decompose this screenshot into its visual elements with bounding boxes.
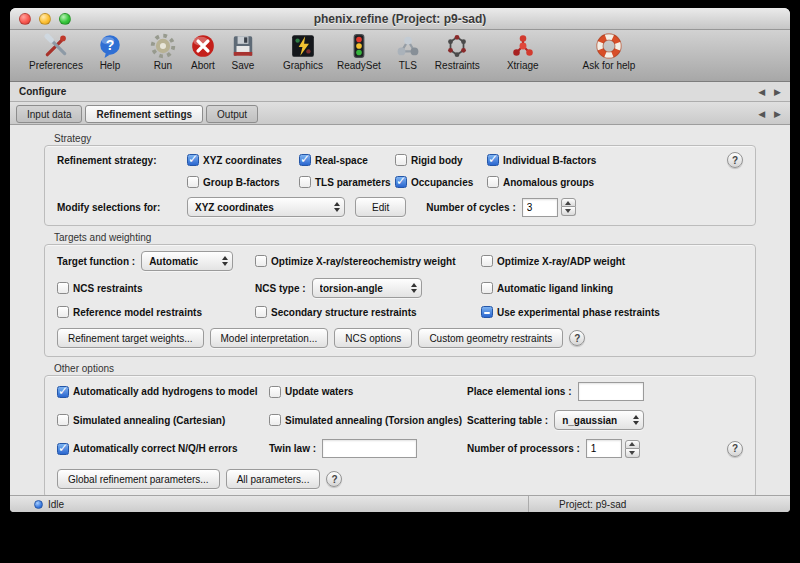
all-parameters-button[interactable]: All parameters...	[226, 469, 321, 489]
toolbar-button-graphics[interactable]: Graphics	[276, 33, 330, 71]
checkbox-correct-nqh[interactable]: Automatically correct N/Q/H errors	[57, 442, 269, 456]
spinner-up-icon[interactable]	[625, 440, 640, 449]
checkbox-use-experimental-phase-restraints[interactable]: Use experimental phase restraints	[481, 305, 743, 319]
toolbar-button-xtriage[interactable]: Xtriage	[500, 33, 546, 71]
spinner-up-icon[interactable]	[561, 198, 576, 207]
target-function-popup[interactable]: Automatic	[141, 251, 233, 271]
toolbar-button-preferences[interactable]: Preferences	[22, 33, 90, 71]
spinner-down-icon[interactable]	[625, 449, 640, 458]
checkbox-box	[57, 443, 69, 455]
number-of-cycles-label: Number of cycles :	[426, 202, 515, 213]
popup-value: torsion-angle	[320, 283, 405, 294]
other-options-group-title: Other options	[44, 363, 756, 374]
toolbar-label: Abort	[191, 60, 215, 71]
checkbox-simulated-annealing-cartesian[interactable]: Simulated annealing (Cartesian)	[57, 413, 269, 427]
minimize-button[interactable]	[39, 13, 51, 25]
toolbar-button-ask-for-help[interactable]: Ask for help	[576, 33, 643, 71]
tab-output[interactable]: Output	[206, 105, 258, 123]
processors-help-button[interactable]: ?	[727, 441, 743, 457]
popup-value: n_gaussian	[562, 415, 627, 426]
modify-selections-popup[interactable]: XYZ coordinates	[187, 197, 345, 217]
checkbox-label: XYZ coordinates	[203, 155, 282, 166]
tab-scroll-left-icon[interactable]: ◀	[758, 109, 765, 119]
toolbar-button-save[interactable]: Save	[223, 33, 263, 71]
checkbox-box	[481, 306, 493, 318]
checkbox-update-waters[interactable]: Update waters	[269, 385, 467, 399]
checkbox-add-hydrogens[interactable]: Automatically add hydrogens to model	[57, 385, 269, 399]
toolbar-button-readyset[interactable]: ReadySet	[330, 33, 388, 71]
traffic-light-icon	[346, 33, 372, 59]
checkbox-real-space[interactable]: Real-space	[299, 153, 395, 167]
toolbar-label: Help	[100, 60, 121, 71]
scroll-left-icon[interactable]: ◀	[758, 87, 765, 97]
checkbox-anomalous-groups[interactable]: Anomalous groups	[487, 175, 596, 189]
refinement-settings-panel: Strategy Refinement strategy: XYZ coordi…	[10, 125, 790, 495]
abort-icon	[190, 33, 216, 59]
checkbox-simulated-annealing-torsion[interactable]: Simulated annealing (Torsion angles)	[269, 413, 467, 427]
twin-law-field[interactable]	[322, 439, 417, 458]
checkbox-group-b-factors[interactable]: Group B-factors	[187, 175, 299, 189]
checkbox-individual-b-factors[interactable]: Individual B-factors	[487, 153, 596, 167]
tab-scroll-right-icon[interactable]: ▶	[774, 109, 781, 119]
custom-geometry-restraints-button[interactable]: Custom geometry restraints	[418, 328, 563, 348]
checkbox-label: Rigid body	[411, 155, 463, 166]
targets-group: Targets and weighting Target function : …	[44, 232, 756, 357]
strategy-help-button[interactable]: ?	[727, 152, 743, 168]
number-of-cycles-field[interactable]	[522, 198, 558, 217]
tab-scroll-arrows: ◀ ▶	[758, 109, 781, 119]
checkbox-label: Update waters	[285, 386, 353, 397]
checkbox-label: NCS restraints	[73, 283, 142, 294]
global-refinement-parameters-button[interactable]: Global refinement parameters...	[57, 469, 220, 489]
toolbar-button-run[interactable]: Run	[143, 33, 183, 71]
titlebar[interactable]: phenix.refine (Project: p9-sad)	[10, 8, 790, 30]
ncs-type-popup[interactable]: torsion-angle	[312, 278, 422, 298]
checkbox-tls-parameters[interactable]: TLS parameters	[299, 175, 395, 189]
xtriage-molecule-icon	[510, 33, 536, 59]
checkbox-occupancies[interactable]: Occupancies	[395, 175, 487, 189]
checkbox-rigid-body[interactable]: Rigid body	[395, 153, 487, 167]
scroll-right-icon[interactable]: ▶	[774, 87, 781, 97]
checkbox-ncs-restraints[interactable]: NCS restraints	[57, 281, 255, 295]
parameters-help-button[interactable]: ?	[326, 471, 342, 487]
toolbar-button-restraints[interactable]: Restraints	[428, 33, 487, 71]
toolbar-button-help[interactable]: ? Help	[90, 33, 130, 71]
toolbar-label: Restraints	[435, 60, 480, 71]
ncs-options-button[interactable]: NCS options	[334, 328, 412, 348]
checkbox-optimize-xray-stereochemistry-weight[interactable]: Optimize X-ray/stereochemistry weight	[255, 254, 481, 268]
life-ring-icon	[596, 33, 622, 59]
save-icon	[230, 33, 256, 59]
scattering-table-popup[interactable]: n_gaussian	[554, 410, 644, 430]
checkbox-label: Secondary structure restraints	[271, 307, 417, 318]
number-of-processors-field[interactable]	[586, 439, 622, 458]
checkbox-label: Use experimental phase restraints	[497, 307, 660, 318]
checkbox-box	[395, 154, 407, 166]
spinner-down-icon[interactable]	[561, 207, 576, 216]
checkbox-label: Optimize X-ray/stereochemistry weight	[271, 256, 456, 267]
status-text: Idle	[48, 499, 64, 510]
zoom-button[interactable]	[59, 13, 71, 25]
checkbox-automatic-ligand-linking[interactable]: Automatic ligand linking	[481, 281, 743, 295]
toolbar-label: Save	[232, 60, 255, 71]
model-interpretation-button[interactable]: Model interpretation...	[210, 328, 329, 348]
checkbox-box	[57, 414, 69, 426]
close-button[interactable]	[19, 13, 31, 25]
place-elemental-ions-field[interactable]	[578, 382, 644, 401]
checkbox-xyz-coordinates[interactable]: XYZ coordinates	[187, 153, 299, 167]
checkbox-label: TLS parameters	[315, 177, 391, 188]
checkbox-optimize-xray-adp-weight[interactable]: Optimize X-ray/ADP weight	[481, 254, 743, 268]
edit-button[interactable]: Edit	[355, 197, 406, 217]
checkbox-secondary-structure-restraints[interactable]: Secondary structure restraints	[255, 305, 481, 319]
checkbox-reference-model-restraints[interactable]: Reference model restraints	[57, 305, 255, 319]
tab-label: Output	[217, 109, 247, 120]
checkbox-box	[269, 386, 281, 398]
target-function-label: Target function :	[57, 256, 135, 267]
preferences-icon	[43, 33, 69, 59]
targets-help-button[interactable]: ?	[569, 330, 585, 346]
tab-refinement-settings[interactable]: Refinement settings	[85, 105, 203, 123]
toolbar-button-abort[interactable]: Abort	[183, 33, 223, 71]
checkbox-box	[187, 176, 199, 188]
refinement-target-weights-button[interactable]: Refinement target weights...	[57, 328, 204, 348]
status-project-text: Project: p9-sad	[559, 499, 626, 510]
tab-input-data[interactable]: Input data	[16, 105, 82, 123]
toolbar-button-tls[interactable]: TLS	[388, 33, 428, 71]
